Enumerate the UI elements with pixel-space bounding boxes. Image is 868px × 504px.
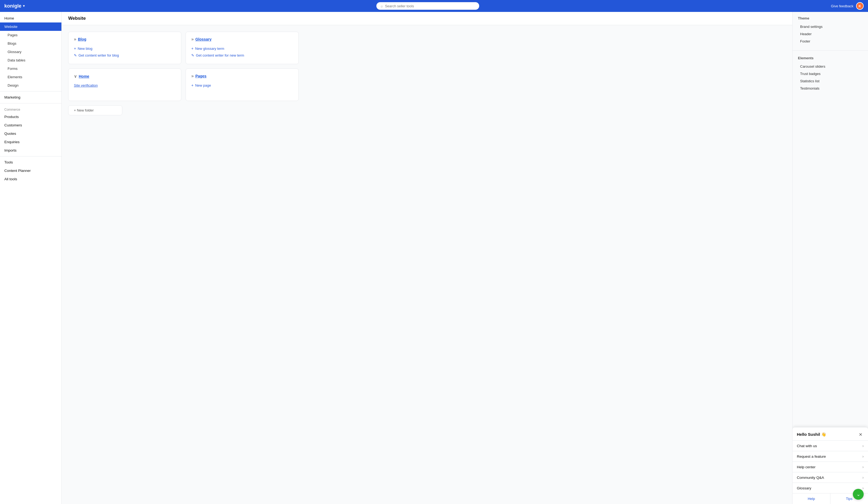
- divider-1: [0, 91, 61, 92]
- home-expand-icon: ∨: [74, 74, 77, 79]
- search-icon: ⌕: [381, 4, 383, 8]
- sidebar-item-customers[interactable]: Customers: [0, 121, 61, 130]
- sidebar-item-quotes[interactable]: Quotes: [0, 130, 61, 138]
- home-title[interactable]: Home: [79, 74, 89, 79]
- glossary-title[interactable]: Glossary: [195, 37, 211, 41]
- sidebar-item-elements[interactable]: Elements: [0, 73, 61, 81]
- sidebar-item-marketing[interactable]: Marketing: [0, 93, 61, 102]
- sidebar-item-products[interactable]: Products: [0, 113, 61, 121]
- main-content: Website » Blog + New blog ✎ Get content …: [62, 12, 792, 504]
- chat-help-button[interactable]: Help: [793, 493, 830, 504]
- content-area: » Blog + New blog ✎ Get content writer f…: [62, 25, 305, 122]
- new-folder-row[interactable]: + New folder: [68, 105, 122, 115]
- scroll-down-button[interactable]: ⌄: [853, 489, 864, 500]
- sidebar-item-home[interactable]: Home: [0, 14, 61, 22]
- glossary-expand-icon: »: [191, 37, 194, 42]
- sidebar-item-glossary[interactable]: Glossary: [0, 48, 61, 56]
- theme-section: Theme Brand settings Header Footer: [793, 12, 868, 49]
- chat-popup-header: Hello Sushil 👋 ✕: [793, 428, 868, 440]
- glossary-card: » Glossary + New glossary term ✎ Get con…: [186, 32, 299, 64]
- theme-section-title: Theme: [798, 16, 862, 20]
- chat-greeting: Hello Sushil 👋: [797, 432, 826, 437]
- sidebar-item-blogs[interactable]: Blogs: [0, 39, 61, 48]
- glossary-card-header: » Glossary: [191, 37, 293, 42]
- sidebar-item-forms[interactable]: Forms: [0, 64, 61, 73]
- logo-text: konigle: [4, 3, 21, 9]
- sidebar-item-tools[interactable]: Tools: [0, 158, 61, 166]
- pen-icon: ✎: [74, 53, 77, 58]
- get-content-writer-blog-action[interactable]: ✎ Get content writer for blog: [74, 52, 176, 59]
- chevron-right-icon-5: ›: [862, 486, 864, 490]
- brand-settings-link[interactable]: Brand settings: [798, 23, 862, 30]
- page-title: Website: [68, 16, 86, 21]
- trust-badges-link[interactable]: Trust badges: [798, 70, 862, 78]
- search-area: ⌕: [24, 2, 831, 10]
- header-link[interactable]: Header: [798, 30, 862, 38]
- blog-card: » Blog + New blog ✎ Get content writer f…: [68, 32, 181, 64]
- avatar[interactable]: K: [856, 2, 864, 10]
- chevron-right-icon-4: ›: [862, 475, 864, 480]
- pages-title[interactable]: Pages: [195, 74, 206, 78]
- footer-link[interactable]: Footer: [798, 38, 862, 45]
- plus-icon: +: [74, 46, 76, 51]
- chat-close-button[interactable]: ✕: [857, 431, 864, 438]
- sidebar-item-enquiries[interactable]: Enquiries: [0, 138, 61, 146]
- chat-with-us-item[interactable]: Chat with us ›: [793, 440, 868, 451]
- elements-section-title: Elements: [798, 56, 862, 60]
- sidebar-item-website[interactable]: Website: [0, 22, 61, 31]
- logo[interactable]: konigle ▾: [4, 3, 24, 9]
- page-header: Website: [62, 12, 792, 25]
- sidebar-item-data-tables[interactable]: Data tables: [0, 56, 61, 64]
- right-panel: Theme Brand settings Header Footer Eleme…: [792, 12, 868, 504]
- get-content-writer-glossary-action[interactable]: ✎ Get content writer for new term: [191, 52, 293, 59]
- help-center-item[interactable]: Help center ›: [793, 462, 868, 472]
- chevron-down-icon: ⌄: [856, 491, 860, 497]
- pages-expand-icon: »: [191, 74, 194, 79]
- sidebar-item-all-tools[interactable]: All tools: [0, 175, 61, 183]
- topnav: konigle ▾ ⌕ Give feedback K: [0, 0, 868, 12]
- sidebar-item-content-planner[interactable]: Content Planner: [0, 166, 61, 175]
- home-card-header: ∨ Home: [74, 74, 176, 79]
- sidebar-item-pages[interactable]: Pages: [0, 31, 61, 39]
- new-glossary-term-action[interactable]: + New glossary term: [191, 45, 293, 52]
- elements-section: Elements Carousel sliders Trust badges S…: [793, 52, 868, 96]
- pages-card-header: » Pages: [191, 74, 293, 79]
- chevron-right-icon-3: ›: [862, 465, 864, 469]
- divider-3: [0, 156, 61, 156]
- request-feature-item[interactable]: Request a feature ›: [793, 451, 868, 462]
- blog-card-header: » Blog: [74, 37, 176, 42]
- plus-icon-glossary: +: [191, 46, 194, 51]
- chevron-right-icon: ›: [862, 444, 864, 448]
- new-page-action[interactable]: + New page: [191, 82, 293, 89]
- give-feedback-button[interactable]: Give feedback: [831, 4, 854, 8]
- community-qa-item[interactable]: Community Q&A ›: [793, 472, 868, 483]
- pages-card: » Pages + New page: [186, 69, 299, 101]
- chevron-right-icon-2: ›: [862, 454, 864, 459]
- topnav-right: Give feedback K: [831, 2, 864, 10]
- sidebar: Home Website Pages Blogs Glossary Data t…: [0, 12, 62, 504]
- commerce-section-label: Commerce: [0, 105, 61, 113]
- sidebar-item-imports[interactable]: Imports: [0, 146, 61, 155]
- divider-2: [0, 103, 61, 103]
- right-panel-divider: [793, 50, 868, 51]
- new-blog-action[interactable]: + New blog: [74, 45, 176, 52]
- site-verification-action[interactable]: Site verification: [74, 82, 176, 89]
- search-box: ⌕: [376, 2, 479, 10]
- sidebar-item-design[interactable]: Design: [0, 81, 61, 90]
- pen-icon-glossary: ✎: [191, 53, 194, 58]
- new-folder-label: + New folder: [74, 108, 94, 112]
- layout: Home Website Pages Blogs Glossary Data t…: [0, 12, 868, 504]
- home-card: ∨ Home Site verification: [68, 69, 181, 101]
- search-input[interactable]: [385, 4, 475, 8]
- blog-title[interactable]: Blog: [78, 37, 86, 41]
- plus-icon-pages: +: [191, 83, 194, 88]
- testimonials-link[interactable]: Testimonials: [798, 85, 862, 92]
- blog-expand-icon: »: [74, 37, 76, 42]
- statistics-list-link[interactable]: Statistics list: [798, 78, 862, 85]
- carousel-sliders-link[interactable]: Carousel sliders: [798, 63, 862, 70]
